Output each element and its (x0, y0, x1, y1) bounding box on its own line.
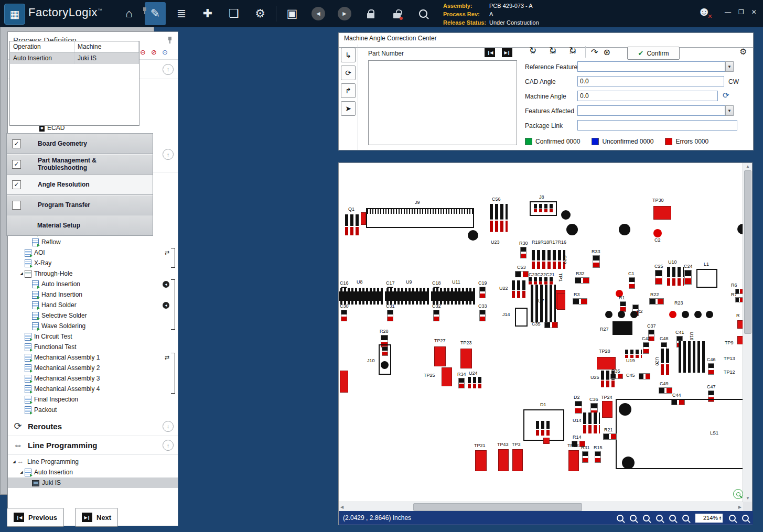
step-part-management-troubleshooting[interactable]: ✓Part Management & Troubleshooting (6, 154, 153, 175)
zoom-selected-icon[interactable] (729, 515, 736, 522)
tree-item-auto-insertion[interactable]: ◢Auto Insertion (8, 467, 178, 477)
audit-search-icon[interactable] (413, 2, 434, 25)
column-header-operation[interactable]: Operation (10, 41, 74, 52)
step-program-transfer[interactable]: Program Transfer (6, 195, 153, 215)
zoom-window-icon[interactable] (617, 515, 624, 522)
shuffle-icon[interactable]: ⇄ (165, 249, 169, 256)
user-account-icon[interactable]: ☻✕ (697, 4, 715, 19)
pan-icon[interactable] (630, 515, 637, 522)
scroll-left-icon[interactable]: ◀ (340, 505, 343, 509)
tree-item-selective-solder[interactable]: Selective Solder (8, 310, 178, 321)
tree-item-juki-is[interactable]: Juki IS (8, 477, 178, 488)
vertical-scrollbar[interactable]: ▲ ▼ (743, 163, 752, 502)
rotate-all-icon[interactable]: ⊛ (603, 47, 610, 57)
collapse-process-flow-button[interactable]: ↑ (163, 149, 174, 160)
back-icon[interactable]: ◄ (308, 2, 329, 25)
tree-item-mechanical-assembly-3[interactable]: Mechanical Assembly 3 (8, 373, 178, 384)
pcb-canvas[interactable]: Q1J9C56J8TP30C2U23R30R19R18R17R16C20R33C… (339, 163, 743, 502)
suspend-icon[interactable]: ⊙ (160, 48, 169, 57)
step-checkbox[interactable]: ✓ (12, 160, 21, 169)
tree-item-wave-soldering[interactable]: Wave Soldering (8, 321, 178, 331)
arc-rotate-icon[interactable]: ↷ (591, 47, 598, 57)
tree-item-mechanical-assembly-4[interactable]: Mechanical Assembly 4 (8, 384, 178, 394)
rotate-270-button[interactable]: ↻270 (565, 46, 580, 58)
reroutes-section-header[interactable]: ⟳ Reroutes ↓ (8, 417, 178, 436)
rotate-board-icon[interactable]: ↳ (341, 48, 356, 62)
zoom-extents-icon[interactable] (682, 515, 689, 522)
tree-item-final-inspection[interactable]: Final Inspection (8, 394, 178, 405)
step-angle-resolution[interactable]: ✓Angle Resolution (6, 175, 153, 195)
machine-angle-input[interactable] (577, 91, 718, 101)
forward-icon[interactable]: ► (334, 2, 355, 25)
zoom-previous-icon[interactable] (669, 515, 676, 522)
expand-reroutes-button[interactable]: ↓ (163, 421, 174, 432)
step-board-geometry[interactable]: ✓Board Geometry (6, 133, 153, 154)
tree-item-auto-insertion[interactable]: Auto Insertion◄ (8, 279, 178, 289)
horizontal-scrollbar[interactable]: ◀ ▶ (339, 502, 743, 512)
reference-feature-dropdown-icon[interactable]: ▼ (725, 61, 734, 72)
shuffle-icon[interactable]: ⇄ (165, 354, 169, 361)
block-icon[interactable]: ⊘ (149, 48, 158, 57)
scroll-down-icon[interactable]: ▼ (746, 496, 750, 501)
tree-item-line-programming[interactable]: ◢Line Programming (8, 457, 178, 467)
loop-icon[interactable]: ◄ (163, 302, 169, 309)
pin-icon[interactable] (142, 7, 147, 15)
part-number-list[interactable] (368, 60, 517, 145)
unlock-icon[interactable] (386, 2, 407, 25)
features-affected-input[interactable] (577, 105, 725, 116)
rotate-180-button[interactable]: ↻180 (545, 46, 560, 58)
rotate-90-button[interactable]: ↻90 (525, 46, 540, 58)
zoom-fit-icon[interactable] (742, 515, 749, 522)
cad-angle-input[interactable] (577, 76, 724, 86)
process-definition-icon[interactable]: ✎ (145, 2, 166, 25)
home-icon[interactable]: ⌂ (119, 2, 139, 25)
loop-icon[interactable]: ◄ (163, 281, 169, 288)
scroll-right-icon[interactable]: ▶ (738, 505, 741, 509)
step-material-setup[interactable]: Material Setup (6, 215, 153, 236)
features-affected-dropdown-icon[interactable]: ▼ (725, 105, 734, 116)
tree-item-mechanical-assembly-1[interactable]: Mechanical Assembly 1⇄ (8, 352, 178, 363)
settings-icon[interactable]: ⚙ (250, 2, 271, 25)
tree-item-through-hole[interactable]: ◢Through-Hole (8, 268, 178, 279)
angle-settings-gear-icon[interactable]: ⚙ (739, 47, 747, 57)
remove-icon[interactable]: ⊖ (138, 48, 147, 57)
tree-item-hand-solder[interactable]: Hand Solder◄ (8, 300, 178, 310)
collapse-line-programming-button[interactable]: ↑ (163, 440, 174, 451)
tree-item-in-circuit-test[interactable]: In Circuit Test (8, 331, 178, 342)
zoom-out-icon[interactable] (656, 515, 663, 522)
close-button[interactable]: ✕ (751, 8, 757, 16)
lock-icon[interactable] (360, 2, 381, 25)
horizontal-scroll-thumb[interactable] (413, 503, 582, 511)
tree-item-aoi[interactable]: AOI⇄ (8, 247, 178, 258)
first-part-button[interactable]: ❙◀ (485, 48, 495, 57)
magnifier-toggle-button[interactable] (733, 489, 743, 499)
rotate-feature-icon[interactable]: ⟳ (341, 66, 356, 80)
collapse-product-button[interactable]: ↑ (163, 64, 174, 75)
tree-item-mechanical-assembly-2[interactable]: Mechanical Assembly 2 (8, 363, 178, 373)
vertical-scroll-thumb[interactable] (744, 170, 751, 334)
minimize-button[interactable]: — (725, 8, 731, 16)
reference-feature-input[interactable] (577, 61, 725, 72)
tree-item-functional-test[interactable]: Functional Test (8, 342, 178, 352)
tree-item-x-ray[interactable]: X-Ray (8, 258, 178, 268)
tree-item-hand-insertion[interactable]: Hand Insertion (8, 289, 178, 300)
line-programming-section-header[interactable]: ⇔ Line Programming ↑ (8, 436, 178, 455)
step-checkbox[interactable]: ✓ (12, 139, 21, 148)
step-checkbox[interactable] (12, 201, 21, 210)
save-icon[interactable]: ▣ (282, 2, 303, 25)
zoom-in-icon[interactable] (643, 515, 650, 522)
dart-pin-icon[interactable]: ➤ (341, 101, 356, 116)
tree-item-reflow[interactable]: Reflow (8, 237, 178, 247)
materials-icon[interactable]: ≣ (171, 2, 192, 25)
zoom-level-input[interactable]: 214% ▲▼ (695, 514, 723, 523)
refresh-angle-icon[interactable]: ⟳ (723, 91, 729, 100)
reports-icon[interactable]: ❏ (223, 2, 244, 25)
column-header-machine[interactable]: Machine (74, 41, 139, 52)
step-checkbox[interactable]: ✓ (12, 180, 21, 189)
last-part-button[interactable]: ▶❙ (502, 48, 512, 57)
scroll-up-icon[interactable]: ▲ (746, 164, 750, 169)
machine-row-juki-is[interactable]: Auto InsertionJuki IS (10, 53, 139, 64)
confirm-button[interactable]: ✔ Confirm (627, 47, 680, 60)
pin-icon[interactable] (167, 36, 173, 44)
package-link-input[interactable] (577, 120, 737, 131)
